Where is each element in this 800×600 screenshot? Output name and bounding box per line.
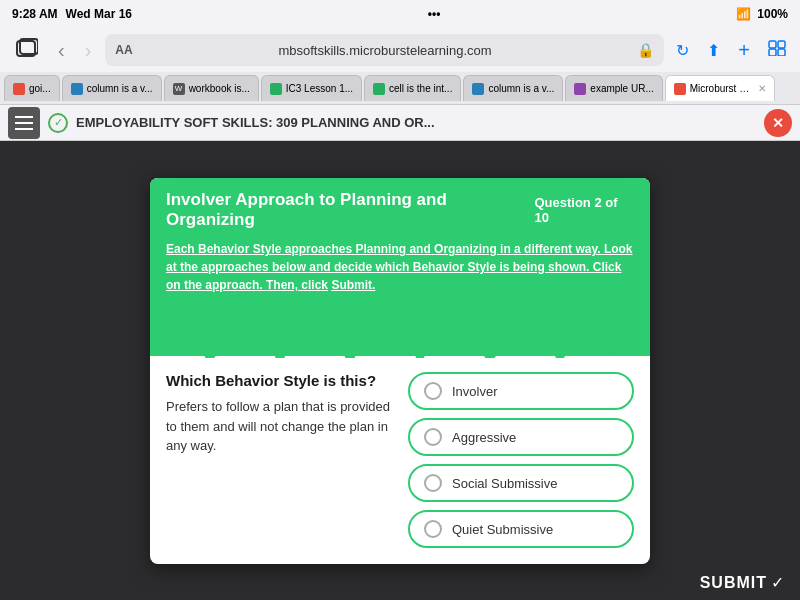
tab-favicon-ic3 xyxy=(270,83,282,95)
submit-bar: SUBMIT ✓ xyxy=(684,565,800,600)
answer-section: Involver Aggressive Social Submissive Qu… xyxy=(408,372,634,548)
tab-switcher-button[interactable] xyxy=(10,34,44,67)
checkmark-icon: ✓ xyxy=(48,113,68,133)
tab-example[interactable]: example UR... xyxy=(565,75,662,101)
status-day: Wed Mar 16 xyxy=(66,7,132,21)
breadcrumb-area: ✓ EMPLOYABILITY SOFT SKILLS: 309 PLANNIN… xyxy=(48,113,756,133)
share-button[interactable]: ⬆ xyxy=(703,37,724,64)
close-button[interactable]: ✕ xyxy=(764,109,792,137)
browser-toolbar: ‹ › AA mbsoftskills.microburstelearning.… xyxy=(0,28,800,72)
status-bar: 9:28 AM Wed Mar 16 ••• 📶 100% xyxy=(0,0,800,28)
tab-favicon-column xyxy=(71,83,83,95)
question-text: Prefers to follow a plan that is provide… xyxy=(166,397,392,456)
answer-label-social-submissive: Social Submissive xyxy=(452,476,558,491)
tab-label-microburst: Microburst L... xyxy=(690,83,752,94)
lock-icon: 🔒 xyxy=(637,42,654,58)
radio-aggressive[interactable] xyxy=(424,428,442,446)
quiz-submit-keyword: Submit. xyxy=(331,278,375,292)
radio-social-submissive[interactable] xyxy=(424,474,442,492)
status-time: 9:28 AM xyxy=(12,7,58,21)
tab-favicon-goi xyxy=(13,83,25,95)
svg-point-9 xyxy=(415,342,425,358)
tab-label-ic3: IC3 Lesson 1... xyxy=(286,83,353,94)
wifi-icon: 📶 xyxy=(736,7,751,21)
tab-favicon-example xyxy=(574,83,586,95)
slime-decoration xyxy=(150,306,650,356)
new-tab-button[interactable]: + xyxy=(734,35,754,66)
forward-button[interactable]: › xyxy=(79,35,98,66)
answer-option-quiet-submissive[interactable]: Quiet Submissive xyxy=(408,510,634,548)
tab-column2[interactable]: column is a v... xyxy=(463,75,563,101)
tab-close-microburst[interactable]: ✕ xyxy=(758,83,766,94)
browser-nav-bar: ✓ EMPLOYABILITY SOFT SKILLS: 309 PLANNIN… xyxy=(0,105,800,141)
svg-rect-3 xyxy=(778,41,785,48)
battery-status: 100% xyxy=(757,7,788,21)
slime-svg xyxy=(150,298,650,358)
tab-cell[interactable]: cell is the int... xyxy=(364,75,461,101)
tab-column[interactable]: column is a v... xyxy=(62,75,162,101)
dots-icon: ••• xyxy=(428,7,441,21)
tab-label-goi: goi... xyxy=(29,83,51,94)
tab-label-example: example UR... xyxy=(590,83,653,94)
svg-point-12 xyxy=(608,336,622,356)
toolbar-actions: ↻ ⬆ + xyxy=(672,35,790,66)
tab-label-workbook: workbook is... xyxy=(189,83,250,94)
quiz-body: Which Behavior Style is this? Prefers to… xyxy=(150,356,650,564)
answer-option-involver[interactable]: Involver xyxy=(408,372,634,410)
quiz-instructions-text: Each Behavior Style approaches Planning … xyxy=(166,242,633,292)
address-text: mbsoftskills.microburstelearning.com xyxy=(139,43,632,58)
question-label: Which Behavior Style is this? xyxy=(166,372,392,389)
address-bar[interactable]: AA mbsoftskills.microburstelearning.com … xyxy=(105,34,664,66)
quiz-card: Involver Approach to Planning and Organi… xyxy=(150,178,650,564)
hamburger-menu-button[interactable] xyxy=(8,107,40,139)
answer-label-quiet-submissive: Quiet Submissive xyxy=(452,522,553,537)
tab-favicon-workbook: W xyxy=(173,83,185,95)
svg-rect-2 xyxy=(769,41,776,48)
tab-label-cell: cell is the int... xyxy=(389,83,452,94)
tab-microburst[interactable]: Microburst L... ✕ xyxy=(665,75,775,101)
back-button[interactable]: ‹ xyxy=(52,35,71,66)
tab-ic3[interactable]: IC3 Lesson 1... xyxy=(261,75,362,101)
tab-goi[interactable]: goi... xyxy=(4,75,60,101)
answer-option-aggressive[interactable]: Aggressive xyxy=(408,418,634,456)
svg-rect-4 xyxy=(769,49,776,56)
svg-point-6 xyxy=(202,332,218,358)
hamburger-line xyxy=(15,116,33,118)
tabs-button[interactable] xyxy=(764,36,790,64)
quiz-header: Involver Approach to Planning and Organi… xyxy=(150,178,650,306)
tab-favicon-microburst xyxy=(674,83,686,95)
quiz-question-number: Question 2 of 10 xyxy=(534,195,634,225)
tab-label-column2: column is a v... xyxy=(488,83,554,94)
tab-label-column: column is a v... xyxy=(87,83,153,94)
refresh-button[interactable]: ↻ xyxy=(672,37,693,64)
tab-favicon-column2 xyxy=(472,83,484,95)
question-section: Which Behavior Style is this? Prefers to… xyxy=(166,372,392,456)
answer-label-aggressive: Aggressive xyxy=(452,430,516,445)
answer-option-social-submissive[interactable]: Social Submissive xyxy=(408,464,634,502)
tab-workbook[interactable]: W workbook is... xyxy=(164,75,259,101)
svg-point-11 xyxy=(554,339,566,358)
tabs-row: goi... column is a v... W workbook is...… xyxy=(0,72,800,104)
main-content: Involver Approach to Planning and Organi… xyxy=(0,141,800,600)
aa-text: AA xyxy=(115,43,132,57)
submit-checkmark-icon: ✓ xyxy=(771,573,784,592)
radio-quiet-submissive[interactable] xyxy=(424,520,442,538)
radio-involver[interactable] xyxy=(424,382,442,400)
submit-text[interactable]: SUBMIT xyxy=(700,574,767,592)
quiz-instructions: Each Behavior Style approaches Planning … xyxy=(166,240,634,306)
browser-chrome: ‹ › AA mbsoftskills.microburstelearning.… xyxy=(0,28,800,105)
quiz-title: Involver Approach to Planning and Organi… xyxy=(166,190,534,230)
quiz-title-row: Involver Approach to Planning and Organi… xyxy=(166,190,634,230)
hamburger-line xyxy=(15,122,33,124)
tab-favicon-cell xyxy=(373,83,385,95)
svg-rect-5 xyxy=(778,49,785,56)
answer-label-involver: Involver xyxy=(452,384,498,399)
breadcrumb: EMPLOYABILITY SOFT SKILLS: 309 PLANNING … xyxy=(76,115,435,130)
hamburger-line xyxy=(15,128,33,130)
